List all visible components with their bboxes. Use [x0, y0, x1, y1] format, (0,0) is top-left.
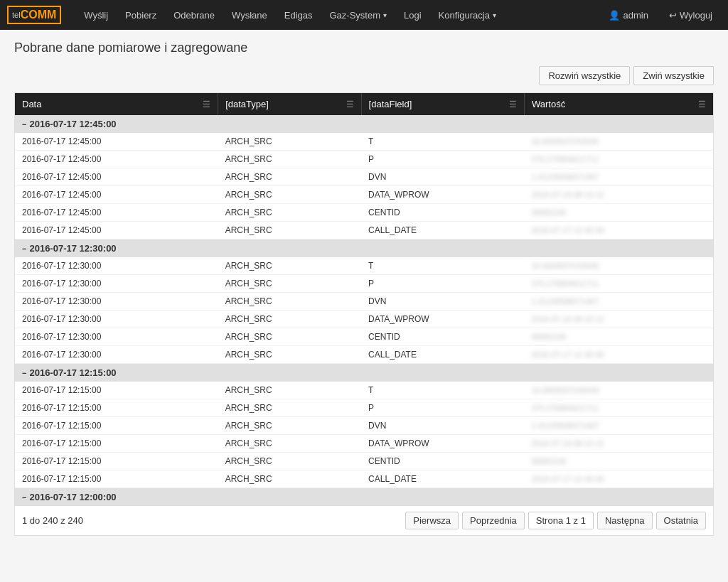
expand-all-button[interactable]: Rozwiń wszystkie [539, 66, 630, 85]
group-header-row[interactable]: −2016-07-17 12:30:00 [15, 239, 713, 258]
cell-datatype: ARCH_SRC [218, 346, 361, 364]
group-label: 2016-07-17 12:30:00 [29, 243, 116, 254]
prev-page-button[interactable]: Poprzednia [462, 512, 525, 529]
cell-value: 2016-07-17 12 45 00 [525, 346, 714, 364]
cell-date: 2016-07-17 12:30:00 [15, 275, 218, 293]
cell-datatype: ARCH_SRC [218, 435, 361, 453]
table-row: 2016-07-17 12:45:00ARCH_SRCP375.27680461… [15, 151, 713, 168]
nav-links: Wyślij Pobierz Odebrane Wysłane Edigas G… [75, 0, 600, 30]
cell-datafield: CENTID [361, 453, 524, 470]
table-row: 2016-07-17 12:45:00ARCH_SRCDATA_WPROW201… [15, 186, 713, 204]
cell-date: 2016-07-17 12:45:00 [15, 133, 218, 151]
table-row: 2016-07-17 12:45:00ARCH_SRCCENTID9999210… [15, 204, 713, 222]
cell-value: 99992100 [525, 453, 714, 470]
cell-datatype: ARCH_SRC [218, 328, 361, 346]
pagination-bar: 1 do 240 z 240 Pierwsza Poprzednia Stron… [15, 505, 713, 535]
data-table: Data ☰ [dataType] ☰ [dat [15, 93, 713, 505]
nav-logout[interactable]: ↩ Wyloguj [660, 0, 721, 30]
group-header-cell: −2016-07-17 12:45:00 [15, 115, 713, 133]
cell-datatype: ARCH_SRC [218, 417, 361, 435]
cell-date: 2016-07-17 12:45:00 [15, 186, 218, 204]
cell-datatype: ARCH_SRC [218, 293, 361, 311]
cell-date: 2016-07-17 12:15:00 [15, 470, 218, 488]
cell-datafield: DVN [361, 293, 524, 311]
cell-datafield: CENTID [361, 204, 524, 222]
column-menu-icon[interactable]: ☰ [346, 99, 354, 109]
cell-datafield: P [361, 399, 524, 417]
nav-logi[interactable]: Logi [395, 0, 430, 30]
cell-datatype: ARCH_SRC [218, 382, 361, 399]
cell-value: 2016-07-16 08 10 12 [525, 311, 714, 328]
cell-datafield: T [361, 257, 524, 275]
next-page-button[interactable]: Następna [597, 512, 653, 529]
expand-collapse-icon[interactable]: − [22, 120, 26, 129]
column-menu-icon[interactable]: ☰ [509, 99, 517, 109]
nav-gaz-system[interactable]: Gaz-System ▾ [321, 0, 396, 30]
cell-value: 16.6600037242646 [525, 257, 714, 275]
logout-icon: ↩ [669, 10, 677, 21]
last-page-button[interactable]: Ostatnia [656, 512, 706, 529]
cell-datatype: ARCH_SRC [218, 151, 361, 168]
column-menu-icon[interactable]: ☰ [203, 99, 210, 109]
nav-konfiguracja[interactable]: Konfiguracja ▾ [430, 0, 505, 30]
nav-pobierz[interactable]: Pobierz [117, 0, 165, 30]
cell-datafield: CALL_DATE [361, 346, 524, 364]
th-datatype: [dataType] ☰ [218, 93, 361, 115]
cell-datatype: ARCH_SRC [218, 399, 361, 417]
cell-value: 375.276804611711 [525, 275, 714, 293]
group-header-row[interactable]: −2016-07-17 12:15:00 [15, 364, 713, 382]
expand-collapse-icon[interactable]: − [22, 369, 26, 377]
first-page-button[interactable]: Pierwsza [405, 512, 459, 529]
column-menu-icon[interactable]: ☰ [698, 99, 706, 109]
brand-logo[interactable]: telCOMM [7, 6, 61, 24]
cell-date: 2016-07-17 12:30:00 [15, 311, 218, 328]
table-row: 2016-07-17 12:30:00ARCH_SRCDATA_WPROW201… [15, 311, 713, 328]
cell-datafield: DATA_WPROW [361, 311, 524, 328]
cell-date: 2016-07-17 12:30:00 [15, 293, 218, 311]
cell-value: 2016-07-17 12 45 00 [525, 470, 714, 488]
th-datafield: [dataField] ☰ [361, 93, 524, 115]
cell-datafield: CENTID [361, 328, 524, 346]
collapse-all-button[interactable]: Zwiń wszystkie [633, 66, 714, 85]
group-label: 2016-07-17 12:15:00 [29, 367, 116, 378]
table-row: 2016-07-17 12:15:00ARCH_SRCT16.660003724… [15, 382, 713, 399]
data-table-container: Data ☰ [dataType] ☰ [dat [14, 92, 714, 536]
table-row: 2016-07-17 12:30:00ARCH_SRCDVN1.01230506… [15, 293, 713, 311]
nav-edigas[interactable]: Edigas [276, 0, 321, 30]
cell-datafield: DVN [361, 168, 524, 186]
cell-datafield: DATA_WPROW [361, 435, 524, 453]
cell-value: 2016-07-16 08 10 12 [525, 435, 714, 453]
cell-datatype: ARCH_SRC [218, 222, 361, 239]
expand-collapse-icon[interactable]: − [22, 244, 26, 253]
cell-datafield: P [361, 275, 524, 293]
cell-datatype: ARCH_SRC [218, 204, 361, 222]
logo-comm: COMM [21, 9, 57, 21]
cell-value: 16.6600037242646 [525, 133, 714, 151]
table-row: 2016-07-17 12:45:00ARCH_SRCT16.660003724… [15, 133, 713, 151]
cell-datafield: T [361, 133, 524, 151]
group-label: 2016-07-17 12:00:00 [29, 492, 116, 502]
cell-date: 2016-07-17 12:45:00 [15, 204, 218, 222]
pagination-info: 1 do 240 z 240 [22, 515, 402, 526]
group-header-row[interactable]: −2016-07-17 12:45:00 [15, 115, 713, 133]
cell-datafield: DATA_WPROW [361, 186, 524, 204]
table-body: −2016-07-17 12:45:002016-07-17 12:45:00A… [15, 115, 713, 505]
table-row: 2016-07-17 12:30:00ARCH_SRCCENTID9999210… [15, 328, 713, 346]
cell-datatype: ARCH_SRC [218, 311, 361, 328]
cell-datafield: CALL_DATE [361, 222, 524, 239]
group-header-row[interactable]: −2016-07-17 12:00:00 [15, 488, 713, 506]
cell-value: 1.01230506071407 [525, 168, 714, 186]
table-row: 2016-07-17 12:30:00ARCH_SRCCALL_DATE2016… [15, 346, 713, 364]
table-scroll[interactable]: Data ☰ [dataType] ☰ [dat [15, 93, 713, 505]
logo-tel: tel [12, 11, 21, 19]
nav-user[interactable]: 👤 admin [600, 0, 656, 30]
chevron-down-icon: ▾ [383, 11, 387, 19]
table-row: 2016-07-17 12:15:00ARCH_SRCCENTID9999210… [15, 453, 713, 470]
expand-collapse-icon[interactable]: − [22, 493, 26, 502]
group-label: 2016-07-17 12:45:00 [29, 119, 116, 129]
nav-odebrane[interactable]: Odebrane [165, 0, 223, 30]
nav-wysylij[interactable]: Wyślij [75, 0, 117, 30]
table-header-row: Data ☰ [dataType] ☰ [dat [15, 93, 713, 115]
nav-wyslane[interactable]: Wysłane [223, 0, 276, 30]
table-row: 2016-07-17 12:15:00ARCH_SRCP375.27680461… [15, 399, 713, 417]
